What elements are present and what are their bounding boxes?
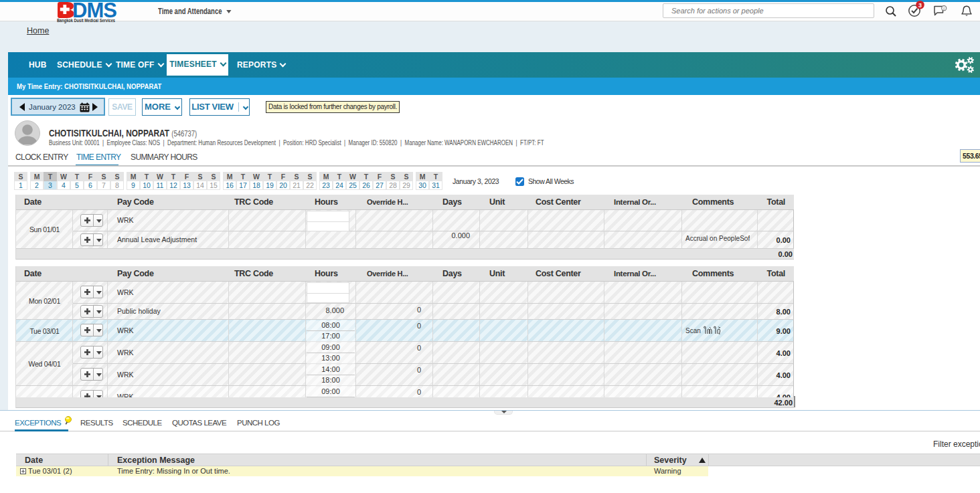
svg-text:3: 3 xyxy=(918,2,922,9)
